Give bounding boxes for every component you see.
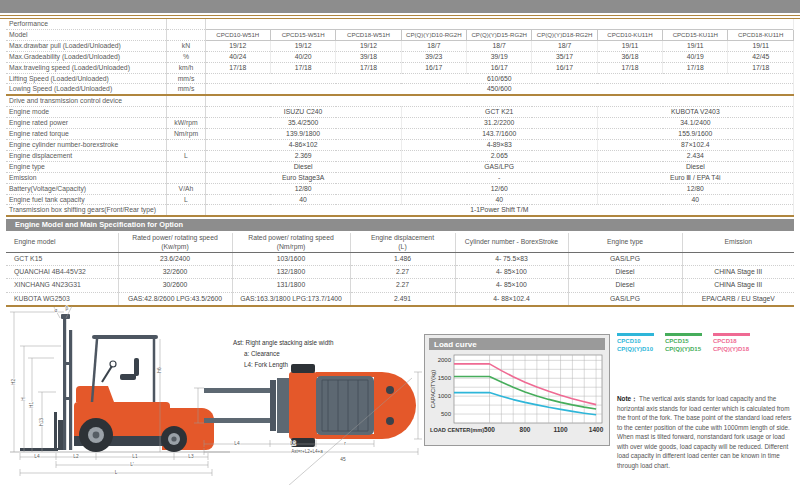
row-unit [167,172,205,183]
option-value [682,253,794,266]
top-title-bar [0,0,800,13]
spec-value: 143.7/1600 [401,129,597,140]
spec-value: 35.4/2500 [205,118,401,129]
spec-value: 16/17 [401,62,466,73]
legend-entry: CPCD18CP(Q)(Y)D18 [713,333,750,354]
row-unit: V/Ah [167,183,205,194]
option-value: 2.27 [350,266,455,279]
dimension-label: H [21,397,26,401]
spec-value: 155.9/1600 [597,129,793,140]
legend-model-label: CPCD10 [617,338,654,346]
row-label: Lowing Speed (Loaded/Unloaded) [6,84,167,95]
option-column-header: Engine model [6,233,118,253]
option-value: GAS/LPG [568,253,682,266]
spec-value: 17/18 [270,62,335,73]
spec-row: Max.drawbar pull (Loaded/Unloaded)kN19/1… [6,40,794,51]
spec-value: 39/19 [467,51,532,62]
spec-value: Euro Stage3A [205,172,401,183]
legend-color-bar [713,333,750,336]
spec-value: 12/80 [205,183,401,194]
engine-model-name: GCT K15 [6,253,118,266]
spec-value: 1-1Power Shift T/M [205,205,793,216]
spec-value: 18/7 [467,40,532,51]
spec-value: 17/18 [663,62,728,73]
option-value: 2.491 [350,292,455,306]
option-column-header: Emission [682,233,794,253]
spec-value: 40/19 [663,51,728,62]
legend-model-label: CP(Q)(Y)D10 [617,346,654,354]
option-value: 132/1800 [232,266,350,279]
row-label: Engine mode [6,107,167,118]
section-drive: Drive and transmission control device [6,95,794,106]
spec-value: 18/7 [532,40,597,51]
spec-value [205,95,793,106]
y-axis-label: CAPACITY(kg) [430,370,436,409]
legend-color-bar [617,333,654,336]
spec-value: KUBOTA V2403 [597,107,793,118]
note-label: Note： [617,395,637,402]
spec-value: 2.434 [597,150,793,161]
option-value: GAS:163.3/1800 LPG:173.7/1400 [232,292,350,306]
option-row: XINCHANG 4N23G3130/2600131/18002.274- 85… [6,279,794,292]
x-tick-label: 1100 [554,426,568,433]
option-value: CHINA Stage III [682,279,794,292]
performance-spec-table: PerformanceModelCPCD10-W51HCPCD15-W51HCP… [6,19,794,217]
spec-value: 35/17 [532,51,597,62]
spec-value: 16/17 [467,62,532,73]
spec-value: 19/12 [205,40,270,51]
spec-value: 19/11 [597,40,662,51]
steering-and-seat [102,358,139,382]
spec-value: 450/600 [205,84,793,95]
spec-value: 36/18 [597,51,662,62]
row-label: Max.traveling speed (Loaded/Unloaded) [6,62,167,73]
spec-row: Max.traveling speed (Loaded/Unloaded)km/… [6,62,794,73]
row-label: Performance [6,19,167,29]
spec-value: 4-89×83 [401,139,597,150]
dimension-label: 45 [340,457,346,462]
row-label: Engine displacement [6,150,167,161]
row-unit: kN [167,40,205,51]
row-label: Battery(Voltage/Capacity) [6,183,167,194]
spec-value: 139.9/1800 [205,129,401,140]
option-value: 1.486 [350,253,455,266]
row-label: Lifting Speed (Loaded/Unloaded) [6,73,167,84]
spec-value: 19/12 [336,40,401,51]
row-label: Engine cylinder number-borexstroke [6,139,167,150]
row-unit: % [167,51,205,62]
spec-row: EmissionEuro Stage3A-Euro Ⅲ / EPA T4i [6,172,794,183]
option-value: 30/2600 [118,279,232,292]
spec-row: Transmission box shifting gears(Front/Re… [6,205,794,216]
legend-color-bar [665,333,702,336]
dimension-label: L4 [234,441,240,446]
note-text: The vertical axis stands for load capaci… [617,395,791,469]
row-label: Max.Gradeability (Loaded/Unloaded) [6,51,167,62]
spec-value: GAS/LPG [401,161,597,172]
row-unit [167,139,205,150]
option-value: CHINA Stage III [682,266,794,279]
model-name: CP(Q)(Y)D10-RG2H [401,29,466,40]
option-row: QUANCHAI 4B4-45V3232/2600132/18002.274- … [6,266,794,279]
dimension-label: H2 [11,379,16,385]
load-curve-legend: CPCD10CP(Q)(Y)D10CPCD15CP(Q)(Y)D15CPCD18… [617,333,795,354]
y-tick-label: 500 [441,411,452,417]
spec-value: 19/11 [728,40,794,51]
spec-value [205,19,793,29]
y-tick-label: 2000 [438,357,452,363]
spec-value: Euro Ⅲ / EPA T4i [597,172,793,183]
fork-and-carriage [20,412,63,451]
option-value: 2.27 [350,279,455,292]
option-value: Diesel [568,266,682,279]
x-tick-label: 1400 [589,426,604,433]
spec-row: Battery(Voltage/Capacity)V/Ah12/8012/601… [6,183,794,194]
chart-title: Load curve [434,340,477,349]
spec-value: 17/18 [597,62,662,73]
spec-value: 17/18 [205,62,270,73]
row-label: Max.drawbar pull (Loaded/Unloaded) [6,40,167,51]
spec-value: 2.065 [401,150,597,161]
spec-value: 4-86×102 [205,139,401,150]
option-value: EPA/CARB / EU StageV [682,292,794,306]
spec-value: 31.2/2200 [401,118,597,129]
row-unit [167,29,205,40]
x-tick-label: 500 [484,426,495,433]
option-value: 4- 85×100 [455,279,568,292]
